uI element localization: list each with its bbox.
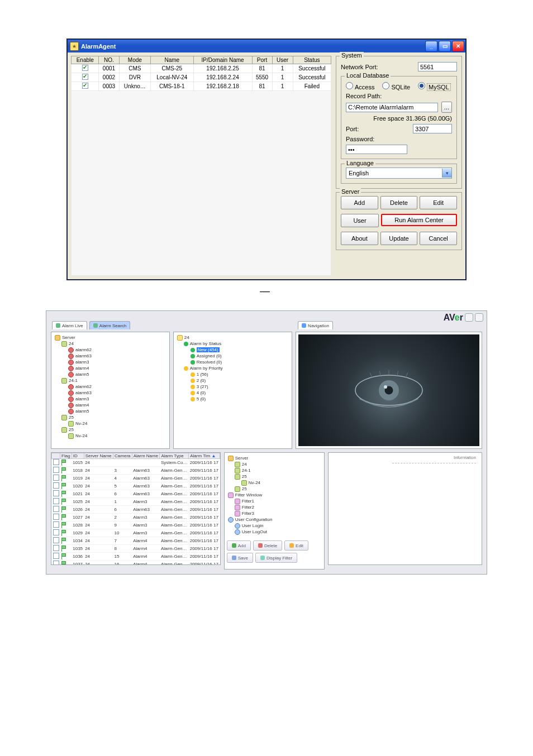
table-cell[interactable] [52, 521, 60, 529]
column-header[interactable]: IP/Domain Name [193, 56, 252, 64]
column-header[interactable]: User [272, 56, 293, 64]
close-icon[interactable]: ✕ [452, 41, 464, 52]
table-row[interactable]: 1026246Alarm63Alarm-Gen…2009/11/16 17 [52, 506, 220, 514]
table-cell[interactable] [52, 490, 60, 498]
db-sqlite-radio[interactable]: SQLite [382, 82, 410, 90]
checkbox-icon[interactable]: ✔ [82, 65, 88, 71]
table-row[interactable]: 10362415Alarm4Alarm-Gen…2009/11/16 17 [52, 553, 220, 561]
column-header[interactable]: NO. [99, 56, 119, 64]
table-cell[interactable] [52, 529, 60, 537]
table-cell[interactable] [52, 467, 60, 475]
db-mysql-radio[interactable]: MySQL [418, 82, 451, 90]
nav-edit-button[interactable]: Edit [284, 540, 308, 551]
table-row[interactable]: 1021246Alarm63Alarm-Gen…2009/11/16 17 [52, 490, 220, 498]
column-header[interactable]: ID [72, 453, 84, 459]
table-row[interactable]: 1018243Alarm63Alarm-Gen…2009/11/16 17 [52, 467, 220, 475]
tree-item[interactable]: alarm63 [68, 390, 167, 396]
table-cell[interactable] [52, 459, 60, 467]
table-row[interactable]: 1020245Alarm63Alarm-Gen…2009/11/16 17 [52, 482, 220, 490]
table-row[interactable]: 1028249Alarm3Alarm-Gen…2009/11/16 17 [52, 521, 220, 529]
column-header[interactable]: Enable [72, 56, 99, 64]
column-header[interactable] [52, 453, 60, 459]
column-header[interactable]: Alarm Tim ▲ [189, 453, 220, 459]
column-header[interactable]: Name [151, 56, 193, 64]
tree-item[interactable]: Filter3 [235, 510, 322, 516]
db-port-input[interactable] [413, 124, 452, 133]
cancel-button[interactable]: Cancel [420, 232, 457, 245]
tab-navigation[interactable]: Navigation [298, 321, 333, 329]
checkbox-icon[interactable] [53, 506, 59, 512]
tree-item[interactable]: Filter2 [235, 504, 322, 510]
tree-item[interactable]: alarm62 [68, 384, 167, 390]
server-table[interactable]: EnableNO.ModeNameIP/Domain NamePortUserS… [71, 56, 331, 91]
browse-button[interactable]: ... [441, 102, 452, 113]
minimize-icon[interactable]: _ [425, 41, 437, 52]
table-cell[interactable] [52, 475, 60, 482]
add-button[interactable]: Add [341, 196, 378, 209]
tree-item[interactable]: alarm62 [68, 347, 167, 353]
table-row[interactable]: 10292410Alarm3Alarm-Gen…2009/11/16 17 [52, 529, 220, 537]
db-access-radio[interactable]: Access [346, 82, 374, 90]
table-row[interactable]: ✔0002DVRLocal-NV-24192.168.2.2455501Succ… [72, 73, 331, 82]
checkbox-icon[interactable] [53, 514, 59, 520]
column-header[interactable]: Camera [113, 453, 132, 459]
table-row[interactable]: ✔0003Unkno…CMS-18-1192.168.2.18811Failed [72, 82, 331, 91]
tree-item[interactable]: alarm4 [68, 365, 167, 371]
tab-alarm-search[interactable]: Alarm Search [89, 321, 130, 329]
table-row[interactable]: 1027242Alarm3Alarm-Gen…2009/11/16 17 [52, 514, 220, 521]
delete-button[interactable]: Delete [380, 196, 418, 209]
tab-alarm-live[interactable]: Alarm Live [52, 321, 87, 329]
tree-item[interactable]: alarm63 [68, 353, 167, 359]
edit-button[interactable]: Edit [420, 196, 457, 209]
table-row[interactable]: 1019244Alarm63Alarm-Gen…2009/11/16 17 [52, 475, 220, 482]
checkbox-icon[interactable] [53, 529, 59, 535]
about-button[interactable]: About [341, 232, 378, 245]
table-row[interactable]: 10372416Alarm4Alarm-Gen…2009/11/16 17 [52, 561, 220, 566]
run-alarm-center-button[interactable]: Run Alarm Center [381, 214, 457, 226]
column-header[interactable]: Port [252, 56, 272, 64]
column-header[interactable]: Flag [60, 453, 72, 459]
maximize-icon[interactable]: ▭ [439, 41, 451, 52]
alarm-status-tree[interactable]: 24 Alarm by Status New (454) Assigned (0… [176, 334, 289, 402]
record-path-input[interactable] [346, 103, 438, 112]
checkbox-icon[interactable] [53, 475, 59, 481]
table-cell[interactable] [52, 537, 60, 545]
tree-item[interactable]: alarm3 [68, 396, 167, 402]
checkbox-icon[interactable]: ✔ [82, 83, 88, 89]
table-cell[interactable] [52, 514, 60, 521]
column-header[interactable]: Mode [119, 56, 151, 64]
column-header[interactable]: Alarm Name [132, 453, 160, 459]
window-control-icon[interactable] [475, 313, 483, 322]
table-cell[interactable] [52, 561, 60, 566]
language-select[interactable]: English ▾ [346, 168, 452, 179]
table-row[interactable]: 1035248Alarm4Alarm-Gen…2009/11/16 17 [52, 545, 220, 553]
checkbox-icon[interactable] [53, 459, 59, 465]
checkbox-icon[interactable] [53, 498, 59, 504]
table-row[interactable]: 1025241Alarm3Alarm-Gen…2009/11/16 17 [52, 498, 220, 506]
table-row[interactable]: 1034247Alarm4Alarm-Gen…2009/11/16 17 [52, 537, 220, 545]
table-cell[interactable] [52, 553, 60, 561]
navigation-tree[interactable]: Server 24 24-1 25 Nv-24 25 Filter Window… [227, 455, 322, 535]
user-button[interactable]: User [341, 214, 379, 227]
nav-save-button[interactable]: Save [227, 553, 253, 563]
table-row[interactable]: 101524System-Co…2009/11/16 17 [52, 459, 220, 467]
titlebar[interactable]: ★ AlarmAgent _ ▭ ✕ [68, 40, 465, 52]
alarm-list-grid[interactable]: FlagIDServer NameCameraAlarm NameAlarm T… [51, 452, 221, 565]
db-password-input[interactable] [346, 145, 407, 154]
checkbox-icon[interactable]: ✔ [82, 74, 88, 80]
checkbox-icon[interactable] [53, 561, 59, 565]
tree-item[interactable]: alarm5 [68, 408, 167, 414]
tree-item[interactable]: Filter1 [235, 498, 322, 504]
update-button[interactable]: Update [380, 232, 418, 245]
table-row[interactable]: ✔0001CMSCMS-25192.168.2.25811Successful [72, 64, 331, 73]
checkbox-icon[interactable] [53, 482, 59, 489]
checkbox-icon[interactable] [53, 467, 59, 473]
tree-item[interactable]: alarm4 [68, 402, 167, 408]
nav-add-button[interactable]: Add [227, 540, 251, 551]
table-cell[interactable] [52, 498, 60, 506]
window-control-icon[interactable] [465, 313, 473, 322]
alarm-source-tree[interactable]: Server 24 alarm62alarm63alarm3alarm4alar… [54, 334, 167, 439]
checkbox-icon[interactable] [53, 545, 59, 551]
column-header[interactable]: Server Name [84, 453, 113, 459]
column-header[interactable]: Alarm Type [160, 453, 189, 459]
